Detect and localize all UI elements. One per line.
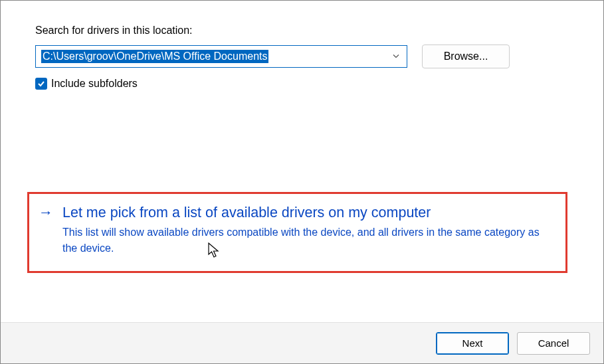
pick-from-list-title: Let me pick from a list of available dri… xyxy=(62,203,547,222)
arrow-right-icon: → xyxy=(39,203,53,256)
browse-button[interactable]: Browse... xyxy=(422,45,510,68)
include-subfolders-checkbox[interactable] xyxy=(35,78,47,90)
driver-path-value: C:\Users\groov\OneDrive\MS Office Docume… xyxy=(41,50,268,63)
search-location-label: Search for drivers in this location: xyxy=(35,25,569,37)
driver-path-combobox[interactable]: C:\Users\groov\OneDrive\MS Office Docume… xyxy=(35,45,407,68)
pick-from-list-description: This list will show available drivers co… xyxy=(62,225,547,256)
include-subfolders-label: Include subfolders xyxy=(51,78,138,90)
dialog-footer: Next Cancel xyxy=(1,322,603,363)
cancel-button[interactable]: Cancel xyxy=(517,332,590,355)
chevron-down-icon xyxy=(392,51,400,62)
next-button[interactable]: Next xyxy=(436,332,509,355)
pick-from-list-option[interactable]: → Let me pick from a list of available d… xyxy=(27,192,567,273)
